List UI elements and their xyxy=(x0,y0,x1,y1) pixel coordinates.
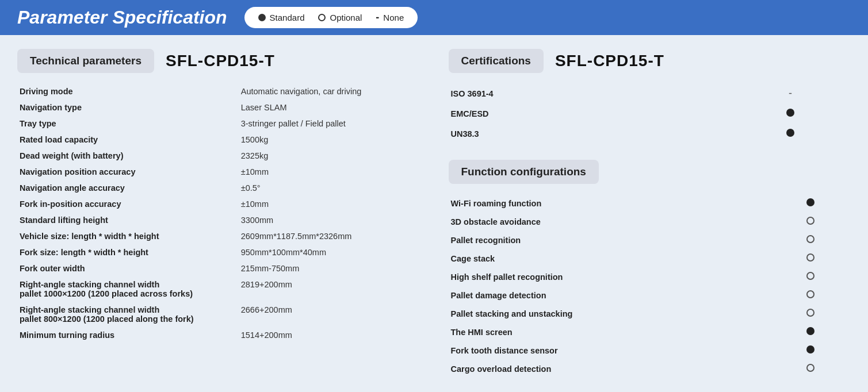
table-row: Navigation angle accuracy±0.5° xyxy=(17,180,420,196)
empty-dot-icon xyxy=(806,364,815,372)
table-row: Pallet recognition xyxy=(449,231,851,249)
legend-none: - None xyxy=(376,11,404,24)
func-status xyxy=(770,213,851,231)
table-row: Fork size: length * width * height950mm*… xyxy=(17,244,420,260)
legend-standard: Standard xyxy=(258,13,305,22)
filled-dot-icon xyxy=(806,198,815,206)
func-status xyxy=(770,268,851,286)
table-row: ISO 3691-4- xyxy=(449,83,851,103)
empty-dot-icon xyxy=(806,217,815,225)
func-name: Cage stack xyxy=(449,249,771,268)
page-title: Parameter Specification xyxy=(17,7,227,28)
param-value: 3300mm xyxy=(239,212,420,228)
cert-name: ISO 3691-4 xyxy=(449,83,731,103)
right-panel: Certifications SFL-CPD15-T ISO 3691-4-EM… xyxy=(449,49,851,378)
technical-panel: Technical parameters SFL-CPD15-T Driving… xyxy=(17,49,420,378)
table-row: EMC/ESD xyxy=(449,103,851,124)
param-label: Rated load capacity xyxy=(17,132,239,148)
table-row: Dead weight (with battery)2325kg xyxy=(17,148,420,164)
empty-dot-icon xyxy=(806,235,815,243)
param-value: 2325kg xyxy=(239,148,420,164)
param-value: Automatic navigation, car driving xyxy=(239,83,420,99)
table-row: Right-angle stacking channel widthpallet… xyxy=(17,276,420,302)
cert-status: - xyxy=(730,83,851,103)
none-dash: - xyxy=(789,87,792,99)
param-label: Minimum turning radius xyxy=(17,327,239,343)
table-row: Cargo overload detection xyxy=(449,360,851,378)
table-row: Navigation position accuracy±10mm xyxy=(17,164,420,180)
func-table: Wi-Fi roaming function3D obstacle avoida… xyxy=(449,194,851,378)
none-label: None xyxy=(383,13,404,22)
func-status xyxy=(770,286,851,305)
cert-status xyxy=(730,103,851,124)
empty-dot-icon xyxy=(806,253,815,262)
param-label: Navigation angle accuracy xyxy=(17,180,239,196)
legend-bar: Standard Optional - None xyxy=(244,7,418,28)
param-value: 215mm-750mm xyxy=(239,260,420,276)
func-name: Fork tooth distance sensor xyxy=(449,341,771,360)
legend-optional: Optional xyxy=(318,13,362,22)
table-row: 3D obstacle avoidance xyxy=(449,213,851,231)
table-row: Pallet stacking and unstacking xyxy=(449,305,851,323)
param-value: 950mm*100mm*40mm xyxy=(239,244,420,260)
func-status xyxy=(770,249,851,268)
empty-dot-icon xyxy=(806,290,815,298)
cert-label: Certifications xyxy=(449,49,544,73)
table-row: Fork tooth distance sensor xyxy=(449,341,851,360)
optional-dot-icon xyxy=(318,14,326,21)
param-value: 1500kg xyxy=(239,132,420,148)
func-label: Function configurations xyxy=(449,160,599,184)
standard-label: Standard xyxy=(270,13,305,22)
cert-name: EMC/ESD xyxy=(449,103,731,124)
table-row: Wi-Fi roaming function xyxy=(449,194,851,213)
func-name: Wi-Fi roaming function xyxy=(449,194,771,213)
table-row: Driving modeAutomatic navigation, car dr… xyxy=(17,83,420,99)
param-value: ±10mm xyxy=(239,164,420,180)
param-value: ±10mm xyxy=(239,196,420,212)
param-label: Fork size: length * width * height xyxy=(17,244,239,260)
func-status xyxy=(770,341,851,360)
param-value: Laser SLAM xyxy=(239,99,420,116)
func-status xyxy=(770,305,851,323)
technical-header: Technical parameters SFL-CPD15-T xyxy=(17,49,420,73)
table-row: Right-angle stacking channel widthpallet… xyxy=(17,302,420,327)
param-value: 2666+200mm xyxy=(239,302,420,327)
table-row: Vehicle size: length * width * height260… xyxy=(17,228,420,244)
standard-dot-icon xyxy=(258,14,266,21)
param-label: Dead weight (with battery) xyxy=(17,148,239,164)
func-name: 3D obstacle avoidance xyxy=(449,213,771,231)
table-row: UN38.3 xyxy=(449,124,851,144)
technical-label: Technical parameters xyxy=(17,49,154,73)
cert-table: ISO 3691-4-EMC/ESDUN38.3 xyxy=(449,83,851,144)
func-name: Pallet recognition xyxy=(449,231,771,249)
cert-model: SFL-CPD15-T xyxy=(555,52,664,70)
param-label: Fork in-position accuracy xyxy=(17,196,239,212)
optional-label: Optional xyxy=(330,13,362,22)
param-value: 3-stringer pallet / Field pallet xyxy=(239,116,420,132)
filled-dot-icon xyxy=(806,327,815,335)
param-label: Right-angle stacking channel widthpallet… xyxy=(17,302,239,327)
param-label: Navigation type xyxy=(17,99,239,116)
table-row: Tray type3-stringer pallet / Field palle… xyxy=(17,116,420,132)
table-row: Standard lifting height3300mm xyxy=(17,212,420,228)
empty-dot-icon xyxy=(806,272,815,280)
param-value: 2609mm*1187.5mm*2326mm xyxy=(239,228,420,244)
empty-dot-icon xyxy=(806,309,815,317)
func-status xyxy=(770,231,851,249)
func-name: The HMI screen xyxy=(449,323,771,341)
param-label: Right-angle stacking channel widthpallet… xyxy=(17,276,239,302)
page-header: Parameter Specification Standard Optiona… xyxy=(0,0,868,35)
param-value: ±0.5° xyxy=(239,180,420,196)
filled-dot-icon xyxy=(806,345,815,353)
func-name: Pallet damage detection xyxy=(449,286,771,305)
param-label: Tray type xyxy=(17,116,239,132)
table-row: Pallet damage detection xyxy=(449,286,851,305)
table-row: Fork outer width215mm-750mm xyxy=(17,260,420,276)
func-status xyxy=(770,323,851,341)
func-name: Cargo overload detection xyxy=(449,360,771,378)
table-row: Fork in-position accuracy±10mm xyxy=(17,196,420,212)
cert-name: UN38.3 xyxy=(449,124,731,144)
param-value: 1514+200mm xyxy=(239,327,420,343)
main-content: Technical parameters SFL-CPD15-T Driving… xyxy=(0,35,868,392)
param-label: Vehicle size: length * width * height xyxy=(17,228,239,244)
